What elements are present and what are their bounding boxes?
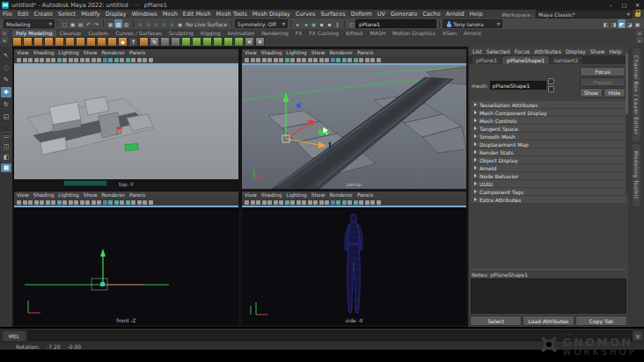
use-all-lights-icon[interactable] [114,200,119,205]
xray-icon[interactable] [149,58,153,62]
grease-pencil-icon[interactable] [279,200,283,205]
use-all-lights-icon[interactable] [114,58,119,62]
resolution-gate-icon[interactable] [69,200,73,205]
layout-single-pane-icon[interactable]: ▭ [1,132,11,141]
lock-node-icon[interactable] [548,78,554,84]
viewport-menu-item[interactable]: Show [311,192,326,198]
wireframe-icon[interactable] [97,200,101,205]
pause-icon[interactable]: ∥ [333,19,341,28]
polygon-plane-icon[interactable] [65,37,75,47]
menu-item[interactable]: Modify [78,11,103,18]
lock-camera-icon[interactable] [23,58,27,62]
screen-space-ao-icon[interactable] [126,200,130,205]
camera-attributes-icon[interactable] [256,58,260,62]
select-button[interactable]: Select [470,315,522,326]
viewport-menu-item[interactable]: Lighting [286,50,306,55]
mirror-icon[interactable]: ✕ [245,37,254,47]
wireframe-icon[interactable] [97,58,101,62]
boolean-union-icon[interactable] [181,37,191,47]
viewport-persp[interactable]: ViewShadingLightingShowRendererPanels [242,49,466,189]
grid-icon[interactable] [57,200,62,205]
viewport-menu-item[interactable]: View [245,50,257,55]
shelf-tab[interactable]: Bifrost [342,30,366,37]
top-view-canvas[interactable]: top -Y [14,65,238,189]
attribute-section-row[interactable]: Extra Attributes [471,196,626,203]
viewport-menu-item[interactable]: Show [84,50,98,55]
safe-action-icon[interactable] [313,200,318,205]
layout-four-pane-icon[interactable]: ▦ [1,163,11,172]
shelf-scroll-icon[interactable]: ▴ [636,37,643,43]
shadows-icon[interactable] [120,58,124,62]
menu-item[interactable]: Surfaces [318,11,348,18]
separate-icon[interactable] [234,37,244,47]
use-all-lights-icon[interactable] [342,58,347,62]
polygon-cube-icon[interactable] [23,37,33,47]
maximize-button[interactable]: ▢ [618,0,631,10]
image-plane-icon[interactable] [40,200,44,205]
modeling-toolkit-toggle-icon[interactable]: ▣ [633,19,641,28]
camera-attributes-icon[interactable] [256,200,260,205]
save-scene-icon[interactable]: ▤ [77,19,84,28]
isolate-select-icon[interactable] [143,200,147,205]
select-hierarchy-icon[interactable]: ▦ [106,19,114,28]
viewport-menu-item[interactable]: Renderer [101,192,124,198]
menu-item[interactable]: Arnold [443,11,467,18]
film-gate-icon[interactable] [290,200,295,205]
isolate-select-icon[interactable] [370,58,375,62]
menu-item[interactable]: Curves [293,11,318,18]
attribute-section-row[interactable]: Smooth Mesh [471,133,626,140]
sidebar-vertical-tab[interactable]: Modeling Toolkit [633,144,640,206]
snap-to-point-icon[interactable]: ∪ [152,19,160,28]
menu-item[interactable]: UV [375,11,388,18]
polygon-helix-icon[interactable] [97,37,106,47]
attribute-section-row[interactable]: Displacement Map [471,141,626,148]
tool-settings-toggle-icon[interactable]: ◪ [626,19,633,28]
textured-icon[interactable] [108,200,113,205]
safe-action-icon[interactable] [85,58,90,62]
character-set-dropdown[interactable]: Tony Ianora ▼ [443,19,502,28]
attribute-section-row[interactable]: Tangent Space [471,125,626,132]
image-plane-icon[interactable] [267,200,272,205]
attribute-section-row[interactable]: Tessellation Attributes [471,101,626,108]
render-view-icon[interactable]: ◉ [310,19,318,28]
smooth-icon[interactable]: ✕ [255,37,265,47]
safe-title-icon[interactable] [319,200,324,205]
channel-box-toggle-icon[interactable]: ◨ [610,19,618,28]
viewport-side[interactable]: ViewShadingLightingShowRendererPanels [242,192,466,325]
isolate-select-icon[interactable] [370,200,375,205]
shelf-tab[interactable]: Cleanup [56,30,85,37]
attribute-section-row[interactable]: Component Tags [471,188,626,195]
redo-icon[interactable]: ↷ [92,19,100,28]
shelf-tab[interactable]: FX Caching [305,30,342,37]
lock-workspace-icon[interactable] [635,12,640,17]
attribute-section-row[interactable]: Render Stats [471,148,626,156]
ipr-render-icon[interactable]: ▪ [326,19,333,28]
attribute-section-row[interactable]: Object Display [471,156,626,163]
move-tool-icon[interactable]: ✚ [1,87,11,98]
output-connections-icon[interactable]: ◂ [302,19,310,28]
2d-pan-zoom-icon[interactable] [46,200,50,205]
shelf-tab[interactable]: Curves / Surfaces [112,30,165,37]
image-plane-icon[interactable] [267,58,272,62]
shadows-icon[interactable] [348,58,352,62]
input-connections-icon[interactable]: ▸ [294,19,302,28]
shelf-tab[interactable]: Rendering [258,30,292,37]
viewport-menu-item[interactable]: Shading [261,192,282,198]
workspace-dropdown[interactable]: Maya Classic* ▼ [536,10,633,18]
wireframe-icon[interactable] [325,58,329,62]
snap-to-curve-icon[interactable]: ∪ [144,19,152,28]
shelf-tab[interactable]: Custom [84,30,112,37]
use-all-lights-icon[interactable] [342,200,347,205]
target-weld-icon[interactable] [171,37,180,47]
grease-pencil-icon[interactable] [279,58,283,62]
sweep-mesh-icon[interactable]: ◆ [118,37,128,47]
wireframe-icon[interactable] [325,200,329,205]
textured-icon[interactable] [336,58,340,62]
lock-camera-icon[interactable] [23,200,27,205]
lasso-select-tool-icon[interactable]: ◌ [1,62,11,73]
safe-title-icon[interactable] [91,58,96,62]
grid-icon[interactable] [285,200,289,205]
shadows-icon[interactable] [120,200,124,205]
safe-action-icon[interactable] [313,58,318,62]
quad-draw-icon[interactable] [160,37,170,47]
